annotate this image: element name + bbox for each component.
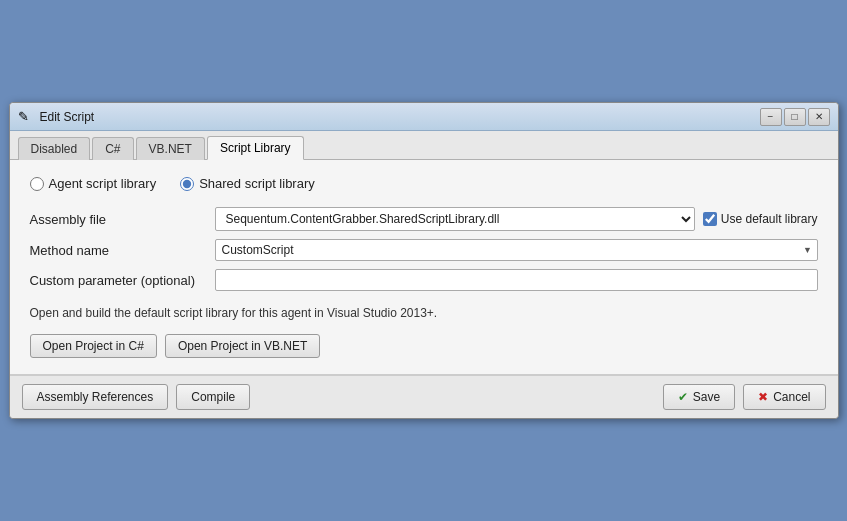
custom-parameter-label: Custom parameter (optional) (30, 273, 215, 288)
use-default-library-checkbox-item[interactable]: Use default library (703, 212, 818, 226)
custom-parameter-row: Custom parameter (optional) (30, 269, 818, 291)
method-name-field: ▼ (215, 239, 818, 261)
save-label: Save (693, 390, 720, 404)
assembly-file-field: Sequentum.ContentGrabber.SharedScriptLib… (215, 207, 818, 231)
tab-csharp[interactable]: C# (92, 137, 133, 160)
assembly-file-label: Assembly file (30, 212, 215, 227)
content-area: Agent script library Shared script libra… (10, 160, 838, 375)
compile-button[interactable]: Compile (176, 384, 250, 410)
footer: Assembly References Compile ✔ Save ✖ Can… (10, 375, 838, 418)
assembly-file-combo-wrapper: Sequentum.ContentGrabber.SharedScriptLib… (215, 207, 695, 231)
tab-scriptlibrary[interactable]: Script Library (207, 136, 304, 160)
window-icon: ✎ (18, 109, 34, 125)
custom-parameter-field (215, 269, 818, 291)
radio-row: Agent script library Shared script libra… (30, 176, 818, 191)
info-text: Open and build the default script librar… (30, 305, 818, 322)
minimize-button[interactable]: − (760, 108, 782, 126)
window-title: Edit Script (40, 110, 95, 124)
maximize-button[interactable]: □ (784, 108, 806, 126)
radio-shared-label: Shared script library (199, 176, 315, 191)
radio-shared[interactable]: Shared script library (180, 176, 315, 191)
titlebar-controls: − □ ✕ (760, 108, 830, 126)
footer-left: Assembly References Compile (22, 384, 251, 410)
cancel-button[interactable]: ✖ Cancel (743, 384, 825, 410)
radio-agent[interactable]: Agent script library (30, 176, 157, 191)
method-name-input[interactable] (215, 239, 818, 261)
tab-disabled[interactable]: Disabled (18, 137, 91, 160)
footer-right: ✔ Save ✖ Cancel (663, 384, 826, 410)
cancel-label: Cancel (773, 390, 810, 404)
use-default-library-label: Use default library (721, 212, 818, 226)
save-button[interactable]: ✔ Save (663, 384, 735, 410)
assembly-file-select[interactable]: Sequentum.ContentGrabber.SharedScriptLib… (215, 207, 695, 231)
action-buttons: Open Project in C# Open Project in VB.NE… (30, 334, 818, 358)
tab-vbnet[interactable]: VB.NET (136, 137, 205, 160)
tabs-bar: Disabled C# VB.NET Script Library (10, 131, 838, 160)
save-icon: ✔ (678, 390, 688, 404)
method-name-row: Method name ▼ (30, 239, 818, 261)
method-name-combo-wrapper: ▼ (215, 239, 818, 261)
open-csharp-button[interactable]: Open Project in C# (30, 334, 157, 358)
assembly-references-button[interactable]: Assembly References (22, 384, 169, 410)
method-name-label: Method name (30, 243, 215, 258)
radio-agent-label: Agent script library (49, 176, 157, 191)
cancel-icon: ✖ (758, 390, 768, 404)
open-vbnet-button[interactable]: Open Project in VB.NET (165, 334, 320, 358)
assembly-file-row: Assembly file Sequentum.ContentGrabber.S… (30, 207, 818, 231)
radio-shared-input[interactable] (180, 177, 194, 191)
edit-script-window: ✎ Edit Script − □ ✕ Disabled C# VB.NET S… (9, 102, 839, 419)
close-button[interactable]: ✕ (808, 108, 830, 126)
use-default-library-checkbox[interactable] (703, 212, 717, 226)
titlebar-left: ✎ Edit Script (18, 109, 95, 125)
radio-agent-input[interactable] (30, 177, 44, 191)
titlebar: ✎ Edit Script − □ ✕ (10, 103, 838, 131)
custom-parameter-input[interactable] (215, 269, 818, 291)
